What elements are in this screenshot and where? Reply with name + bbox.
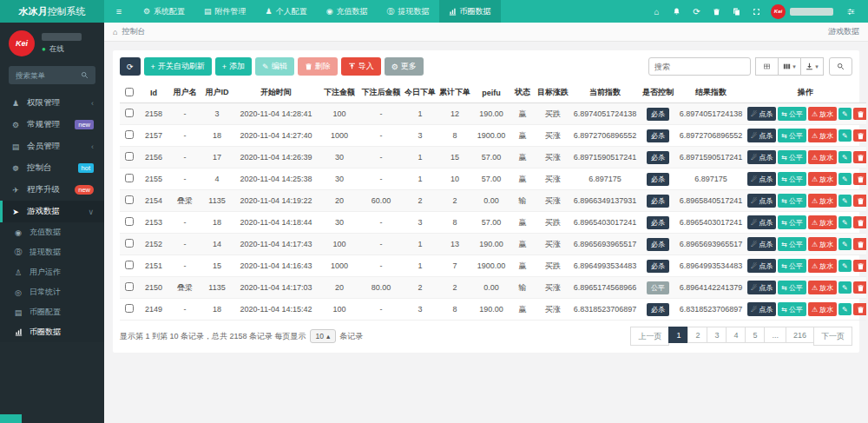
row-delete-button[interactable]: [853, 108, 866, 120]
sidebar-item[interactable]: 币圈数据: [0, 322, 104, 342]
table-row[interactable]: 2153-182020-11-04 14:18:4430-3857.00赢买跌6…: [120, 212, 866, 234]
refresh-icon[interactable]: ⟳: [687, 7, 707, 17]
row-edit-button[interactable]: ✎: [838, 129, 852, 142]
columns-button[interactable]: ▾: [778, 57, 801, 76]
avatar[interactable]: Kei: [771, 4, 786, 19]
trash-icon[interactable]: [707, 7, 727, 17]
bell-icon[interactable]: [667, 7, 687, 17]
row-edit-button[interactable]: ✎: [838, 216, 852, 228]
column-header[interactable]: 开始时间: [233, 83, 319, 103]
page-button[interactable]: ...: [764, 327, 786, 343]
spot-kill-button[interactable]: ☄点杀: [747, 281, 776, 294]
page-button[interactable]: 上一页: [630, 327, 669, 346]
edit-button[interactable]: ✎编辑: [255, 57, 294, 76]
column-header[interactable]: 当前指数: [571, 83, 639, 103]
page-button[interactable]: 5: [745, 327, 765, 343]
expand-icon[interactable]: [746, 7, 766, 17]
row-delete-button[interactable]: [853, 260, 866, 272]
row-edit-button[interactable]: ✎: [838, 195, 852, 207]
spot-kill-button[interactable]: ☄点杀: [747, 259, 776, 273]
row-delete-button[interactable]: [853, 281, 866, 294]
release-button[interactable]: ⚠放水: [808, 302, 837, 316]
row-checkbox[interactable]: [125, 261, 134, 269]
delete-button[interactable]: 删除: [298, 57, 338, 76]
column-header[interactable]: 操作: [745, 83, 866, 103]
release-button[interactable]: ⚠放水: [808, 150, 837, 164]
topnav-item[interactable]: ◉充值数据: [317, 0, 378, 23]
row-delete-button[interactable]: [853, 238, 866, 250]
column-header[interactable]: Id: [139, 83, 168, 103]
copy-icon[interactable]: [727, 7, 746, 17]
settings-sliders-icon[interactable]: [841, 8, 861, 16]
sidebar-item[interactable]: ♟权限管理‹: [0, 92, 104, 114]
sidebar-item[interactable]: ◎日常统计: [0, 282, 104, 302]
search-icon[interactable]: [81, 71, 89, 79]
topnav-item[interactable]: ▤附件管理: [194, 0, 256, 23]
table-row[interactable]: 2155-42020-11-04 14:25:3830-11057.00赢买涨6…: [120, 169, 866, 190]
row-delete-button[interactable]: [853, 216, 866, 228]
row-edit-button[interactable]: ✎: [838, 281, 852, 294]
table-row[interactable]: 2152-142020-11-04 14:17:43100-113190.00赢…: [120, 234, 866, 255]
row-delete-button[interactable]: [853, 173, 866, 185]
fair-button[interactable]: ⇆公平: [778, 302, 806, 316]
release-button[interactable]: ⚠放水: [808, 129, 837, 142]
spot-kill-button[interactable]: ☄点杀: [747, 215, 776, 229]
page-button[interactable]: 1: [668, 327, 688, 343]
fair-button[interactable]: ⇆公平: [778, 215, 806, 229]
table-search-input[interactable]: [648, 57, 751, 76]
row-checkbox[interactable]: [125, 239, 134, 248]
column-header[interactable]: 目标涨跌: [535, 83, 571, 103]
row-edit-button[interactable]: ✎: [838, 108, 852, 120]
row-delete-button[interactable]: [853, 129, 866, 142]
spot-kill-button[interactable]: ☄点杀: [747, 150, 776, 164]
table-row[interactable]: 2151-152020-11-04 14:16:431000-171900.00…: [120, 255, 866, 277]
column-header[interactable]: 状态: [510, 83, 535, 103]
fair-button[interactable]: ⇆公平: [778, 259, 806, 273]
auto-refresh-button[interactable]: +开关自动刷新: [144, 57, 212, 76]
release-button[interactable]: ⚠放水: [808, 194, 837, 208]
release-button[interactable]: ⚠放水: [808, 172, 837, 186]
page-button[interactable]: 4: [726, 327, 746, 343]
row-checkbox[interactable]: [125, 304, 134, 313]
export-button[interactable]: ▾: [800, 57, 824, 76]
row-checkbox[interactable]: [125, 282, 134, 291]
spot-kill-button[interactable]: ☄点杀: [747, 194, 776, 208]
page-button[interactable]: 下一页: [813, 327, 852, 346]
sidebar-collapse-toggle[interactable]: [0, 414, 22, 423]
page-button[interactable]: 3: [707, 327, 727, 343]
column-header[interactable]: 下注金额: [319, 83, 359, 103]
avatar[interactable]: Kei: [9, 30, 35, 56]
refresh-button[interactable]: ⟳: [120, 57, 141, 76]
topnav-item[interactable]: ⚙系统配置: [134, 0, 194, 23]
import-button[interactable]: 导入: [341, 57, 381, 76]
sidebar-item[interactable]: ➤游戏数据∨: [0, 201, 104, 222]
release-button[interactable]: ⚠放水: [808, 281, 837, 294]
column-header[interactable]: 累计下单: [437, 83, 472, 103]
page-button[interactable]: 216: [786, 327, 814, 343]
row-checkbox[interactable]: [125, 217, 134, 226]
release-button[interactable]: ⚠放水: [808, 215, 837, 229]
home-icon[interactable]: ⌂: [647, 7, 667, 17]
row-edit-button[interactable]: ✎: [838, 303, 852, 315]
row-delete-button[interactable]: [853, 303, 866, 315]
brand[interactable]: 水冰月控制系统: [0, 0, 104, 23]
sidebar-search-input[interactable]: [16, 71, 75, 80]
table-row[interactable]: 2150叠梁11352020-11-04 14:17:032080.00220.…: [120, 277, 866, 299]
row-checkbox[interactable]: [125, 109, 134, 117]
sidebar-toggle-button[interactable]: ≡: [104, 0, 134, 23]
topnav-item[interactable]: 币圈数据: [439, 0, 501, 23]
table-row[interactable]: 2149-182020-11-04 14:15:42100-38190.00赢买…: [120, 299, 866, 321]
sidebar-item[interactable]: ▤币圈配置: [0, 302, 104, 322]
more-button[interactable]: ⚙更多: [385, 57, 424, 76]
column-header[interactable]: 下注后金额: [359, 83, 403, 103]
column-header[interactable]: 用户ID: [201, 83, 233, 103]
fair-button[interactable]: ⇆公平: [778, 107, 806, 121]
release-button[interactable]: ⚠放水: [808, 107, 837, 121]
row-delete-button[interactable]: [853, 195, 866, 207]
sidebar-item[interactable]: Ⓑ提现数据: [0, 242, 104, 262]
table-row[interactable]: 2154叠梁11352020-11-04 14:19:222060.00220.…: [120, 190, 866, 212]
row-delete-button[interactable]: [853, 151, 866, 163]
fair-button[interactable]: ⇆公平: [778, 281, 806, 294]
add-button[interactable]: +添加: [215, 57, 252, 76]
toggle-view-button[interactable]: [755, 57, 779, 76]
